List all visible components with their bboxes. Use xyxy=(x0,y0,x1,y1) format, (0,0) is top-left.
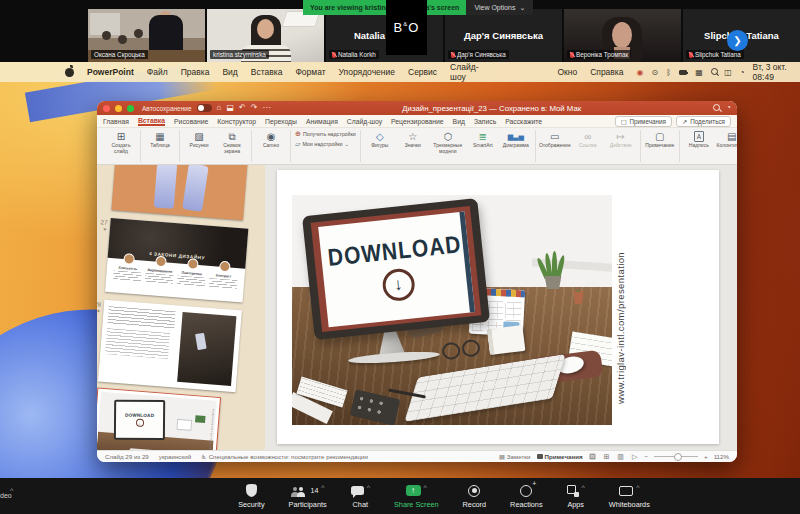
smartart-button[interactable]: ≣SmartArt xyxy=(468,130,498,149)
apps-button[interactable]: ^ Apps xyxy=(567,484,585,509)
comments-button[interactable]: ▢Примечания xyxy=(615,116,672,127)
control-center-icon[interactable]: ◫ xyxy=(724,68,732,77)
slide-thumbnail-26[interactable] xyxy=(111,165,247,220)
status-comments-button[interactable]: Примечания xyxy=(537,453,583,460)
bluetooth-icon[interactable]: ᛒ xyxy=(666,68,671,77)
next-page-button[interactable]: ❯ xyxy=(727,30,748,51)
zoom-in-button[interactable]: + xyxy=(704,453,708,460)
new-slide-button[interactable]: ⊞Создать слайд xyxy=(106,130,136,155)
view-options-button[interactable]: View Options⌄ xyxy=(466,0,533,15)
tab-record[interactable]: Запись xyxy=(474,118,496,125)
caret-up-icon[interactable]: ^ xyxy=(321,484,324,491)
current-slide[interactable]: DOWNLOAD ↓ www.triglav-intl.com/presenta… xyxy=(277,170,719,444)
tab-insert[interactable]: Вставка xyxy=(138,117,165,126)
display-button[interactable]: ▭Отображение xyxy=(540,130,570,149)
battery-icon[interactable] xyxy=(679,70,687,75)
link-button[interactable]: ∞Ссылка xyxy=(573,130,603,149)
slide-counter[interactable]: Слайд 29 из 29 xyxy=(105,453,149,460)
menu-slideshow[interactable]: Слайд-шоу xyxy=(450,62,488,82)
siri-icon[interactable]: ◔ xyxy=(740,68,745,77)
menu-bar-clock[interactable]: Вт, 3 окт. 08:49 xyxy=(753,62,792,82)
undo-icon[interactable]: ↶ xyxy=(239,104,246,112)
caret-up-icon[interactable]: ^ xyxy=(367,484,370,491)
share-screen-button[interactable]: ↑^ Share Screen xyxy=(394,484,439,509)
slide-sorter-view-button[interactable]: ⊞ xyxy=(602,453,610,460)
tab-animations[interactable]: Анимация xyxy=(306,118,338,125)
tab-view[interactable]: Вид xyxy=(453,118,465,125)
language-selector[interactable]: украинский xyxy=(159,453,191,460)
caret-up-icon[interactable]: ^ xyxy=(582,484,585,491)
comment-button[interactable]: ▢Примечание xyxy=(645,130,675,149)
slideshow-view-button[interactable]: ▷ xyxy=(631,453,638,460)
chart-button[interactable]: ▆▃▅Диаграмма xyxy=(501,130,531,149)
menu-insert[interactable]: Вставка xyxy=(251,67,283,77)
cameo-button[interactable]: ◉Cameo xyxy=(256,130,286,149)
action-button[interactable]: ↦Действие xyxy=(606,130,636,149)
stage-manager-icon[interactable]: ▦ xyxy=(695,68,703,77)
textbox-button[interactable]: AНадпись xyxy=(684,130,714,149)
zoom-percentage[interactable]: 112% xyxy=(714,453,729,460)
share-button[interactable]: ↗Поделиться xyxy=(676,116,731,127)
whiteboards-button[interactable]: ^ Whiteboards xyxy=(609,484,650,509)
minimize-button[interactable] xyxy=(115,105,122,112)
save-icon[interactable]: ⬓ xyxy=(226,104,234,112)
close-button[interactable] xyxy=(103,105,110,112)
caret-up-icon[interactable]: ^ xyxy=(636,484,639,491)
tab-design[interactable]: Конструктор xyxy=(217,118,256,125)
spotlight-search-icon[interactable] xyxy=(711,68,716,76)
notes-button[interactable]: ▤Заметки xyxy=(499,453,531,460)
icons-button[interactable]: ☆Значки xyxy=(398,130,428,149)
security-button[interactable]: Security xyxy=(238,484,264,509)
menu-app-name[interactable]: PowerPoint xyxy=(87,67,134,77)
stop-video-partial-label[interactable]: deo xyxy=(0,492,12,499)
record-button[interactable]: Record xyxy=(463,484,487,509)
menu-file[interactable]: Файл xyxy=(147,67,168,77)
powerpoint-title-bar[interactable]: Автосохранение ⌂ ⬓ ↶ ↷ ⋯ Дизайн_презента… xyxy=(97,101,737,115)
slide-photo[interactable]: DOWNLOAD ↓ xyxy=(292,195,612,425)
accessibility-status[interactable]: ♿Специальные возможности: посмотрите рек… xyxy=(201,453,368,460)
status-circle-icon[interactable]: ⊙ xyxy=(651,68,658,77)
fullscreen-button[interactable] xyxy=(127,105,134,112)
menu-help[interactable]: Справка xyxy=(590,67,623,77)
table-button[interactable]: ▦Таблица xyxy=(145,130,175,149)
menu-arrange[interactable]: Упорядочение xyxy=(339,67,395,77)
menu-edit[interactable]: Правка xyxy=(181,67,210,77)
chat-button[interactable]: ^ Chat xyxy=(351,484,370,509)
participant-tile[interactable]: Оксана Скроцька xyxy=(88,9,205,62)
more-icon[interactable]: ⋯ xyxy=(262,104,270,112)
3d-models-button[interactable]: ⬡Трехмерные модели xyxy=(431,130,465,155)
tab-home[interactable]: Главная xyxy=(103,118,129,125)
participant-tile[interactable]: Дар'я Синявська Дар'я Синявська xyxy=(445,9,562,62)
shapes-button[interactable]: ◇Фигуры xyxy=(365,130,395,149)
normal-view-button[interactable]: ⊡ xyxy=(589,453,597,460)
home-icon[interactable]: ⌂ xyxy=(217,104,222,112)
tab-tell-me[interactable]: Расскажите xyxy=(505,118,542,125)
tab-slideshow[interactable]: Слайд-шоу xyxy=(347,118,382,125)
tab-transitions[interactable]: Переходы xyxy=(265,118,297,125)
my-addins-button[interactable]: ▱Мои надстройки⌄ xyxy=(295,140,356,148)
slide-canvas[interactable]: DOWNLOAD ↓ www.triglav-intl.com/presenta… xyxy=(265,165,737,450)
participant-tile-active-speaker[interactable]: kristina stzyminska xyxy=(207,9,324,62)
get-addins-button[interactable]: ⊕Получить надстройки xyxy=(295,130,356,138)
reactions-button[interactable]: Reactions xyxy=(510,484,542,509)
participant-tile[interactable]: Вероніка Тромпак xyxy=(564,9,681,62)
header-footer-button[interactable]: ▤Колонтитулы xyxy=(717,130,737,149)
slide-thumbnail-27[interactable]: 4 ЗАКОНИ ДИЗАЙНУ Близькість Вирівнювання… xyxy=(105,218,248,303)
slide-thumbnail-29-selected[interactable]: DOWNLOAD↓ www.triglav-intl.com/presentat… xyxy=(97,387,221,450)
autosave-toggle[interactable] xyxy=(197,104,212,112)
redo-icon[interactable]: ↷ xyxy=(251,104,258,112)
search-icon[interactable] xyxy=(713,104,721,112)
reading-view-button[interactable]: ▥ xyxy=(616,453,625,460)
slide-url-text[interactable]: www.triglav-intl.com/presentation xyxy=(615,214,626,404)
menu-tools[interactable]: Сервис xyxy=(408,67,437,77)
presence-icon[interactable]: ◔ xyxy=(726,104,731,112)
pictures-button[interactable]: ▨Рисунки xyxy=(184,130,214,149)
menu-window[interactable]: Окно xyxy=(557,67,577,77)
slide-thumbnail-28[interactable] xyxy=(98,300,242,393)
tab-review[interactable]: Рецензирование xyxy=(391,118,443,125)
recording-indicator-icon[interactable]: ◉ xyxy=(637,68,644,77)
screenshot-button[interactable]: ⧉Снимок экрана xyxy=(217,130,247,155)
tab-draw[interactable]: Рисование xyxy=(174,118,208,125)
caret-up-icon[interactable]: ^ xyxy=(424,484,427,491)
menu-view[interactable]: Вид xyxy=(222,67,237,77)
